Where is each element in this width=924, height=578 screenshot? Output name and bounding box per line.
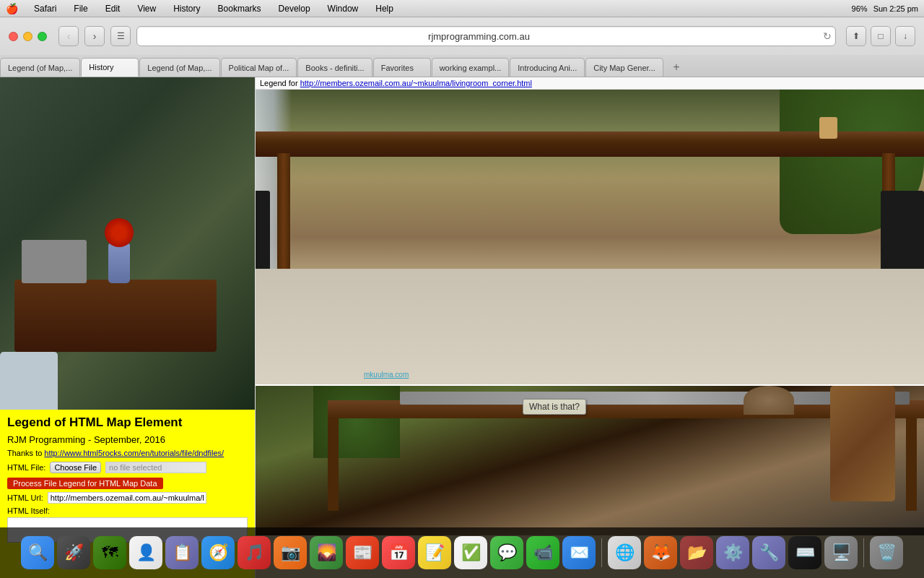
- page-title: Legend of HTML Map Element: [7, 415, 248, 430]
- menubar: 🍎 Safari File Edit View History Bookmark…: [0, 0, 924, 17]
- process-btn-row: Process File Legend for HTML Map Data: [7, 476, 248, 492]
- chair-left: [0, 352, 58, 410]
- legend-link[interactable]: http://members.ozemail.com.au/~mkuulma/l…: [300, 79, 532, 87]
- downloads-button[interactable]: ↓: [895, 26, 915, 46]
- page-subtitle: RJM Programming - September, 2016: [7, 434, 248, 445]
- menubar-safari[interactable]: Safari: [30, 2, 61, 15]
- dock-system-prefs[interactable]: 🖥️: [824, 536, 858, 569]
- tab-5[interactable]: Favorites: [373, 58, 431, 77]
- laptop: [22, 240, 87, 283]
- chair-left-top: [256, 191, 270, 277]
- dock-music[interactable]: 🎵: [237, 536, 271, 569]
- tab-8[interactable]: City Map Gener...: [585, 58, 663, 77]
- html-file-label: HTML File:: [7, 463, 45, 472]
- thanks-line: Thanks to http://www.html5rocks.com/en/t…: [7, 449, 248, 457]
- menubar-file[interactable]: File: [69, 2, 92, 15]
- menubar-right: 96% Sun 2:25 pm: [852, 4, 918, 13]
- dock-mail[interactable]: ✉️: [562, 536, 596, 569]
- menubar-help[interactable]: Help: [371, 2, 398, 15]
- choose-file-button[interactable]: Choose File: [50, 462, 101, 473]
- dock-launchpad[interactable]: 🚀: [57, 536, 90, 569]
- refresh-button[interactable]: ↻: [823, 30, 832, 42]
- dock-misc3[interactable]: 🔧: [752, 536, 785, 569]
- menubar-window[interactable]: Window: [323, 2, 363, 15]
- back-button[interactable]: ‹: [58, 26, 79, 46]
- dock-trash[interactable]: 🗑️: [870, 536, 903, 569]
- left-room-image: [0, 77, 255, 410]
- hat: [744, 386, 794, 415]
- minimize-button[interactable]: [23, 32, 32, 41]
- tooltip-box: What is that?: [523, 399, 586, 415]
- url-bar[interactable]: [136, 26, 836, 46]
- html-itself-label: HTML Itself:: [7, 506, 248, 515]
- dock-contacts[interactable]: 👤: [129, 536, 162, 569]
- dock-filezilla[interactable]: 📂: [680, 536, 713, 569]
- forward-button[interactable]: ›: [84, 26, 105, 46]
- tab-3[interactable]: Political Map of...: [221, 58, 297, 77]
- dock-messages[interactable]: 💬: [490, 536, 523, 569]
- menubar-edit[interactable]: Edit: [101, 2, 125, 15]
- right-images: mkuulma.com What is that?: [256, 90, 924, 578]
- dock: 🔍 🚀 🗺 👤 📋 🧭 🎵 📷 🌄 📰 📅 📝 ✅ 💬 📹 ✉️ 🌐 🦊 📂 ⚙…: [0, 527, 924, 578]
- share-button[interactable]: ⬆: [846, 26, 866, 46]
- thanks-link[interactable]: http://www.html5rocks.com/en/tutorials/f…: [44, 449, 224, 457]
- process-file-button[interactable]: Process File Legend for HTML Map Data: [7, 478, 163, 489]
- menubar-history[interactable]: History: [169, 2, 204, 15]
- dock-safari[interactable]: 🧭: [201, 536, 235, 569]
- menubar-develop[interactable]: Develop: [274, 2, 315, 15]
- table-leg-bottom-right: [906, 417, 917, 511]
- menubar-bookmarks[interactable]: Bookmarks: [214, 2, 266, 15]
- tab-2[interactable]: Legend (of Map,...: [139, 58, 219, 77]
- dock-terminal[interactable]: ⌨️: [788, 536, 821, 569]
- close-button[interactable]: [9, 32, 18, 41]
- content-area: Legend of HTML Map Element RJM Programmi…: [0, 77, 924, 578]
- right-panel: Legend for http://members.ozemail.com.au…: [255, 77, 924, 578]
- dock-finder[interactable]: 🔍: [21, 536, 54, 569]
- tabs-row: Legend (of Map,... History Legend (of Ma…: [0, 55, 924, 77]
- watermark[interactable]: mkuulma.com: [364, 371, 409, 379]
- wicker-chair: [830, 386, 895, 501]
- browser-chrome: ‹ › ☰ ↻ ⬆ □ ↓ Legend (of Map,... History…: [0, 17, 924, 77]
- tab-4[interactable]: Books - definiti...: [297, 58, 372, 77]
- floor-top: [256, 269, 924, 384]
- room-image-top[interactable]: mkuulma.com: [256, 90, 924, 386]
- dock-facetime[interactable]: 📹: [526, 536, 559, 569]
- apple-menu[interactable]: 🍎: [6, 3, 18, 14]
- left-panel: Legend of HTML Map Element RJM Programmi…: [0, 77, 255, 578]
- traffic-lights: [9, 32, 47, 41]
- tab-1-history[interactable]: History: [81, 58, 139, 77]
- dock-notes[interactable]: 📝: [418, 536, 451, 569]
- dock-reminders[interactable]: ✅: [454, 536, 487, 569]
- tab-6[interactable]: working exampl...: [432, 58, 510, 77]
- dock-maps[interactable]: 🗺: [93, 536, 126, 569]
- dock-chrome[interactable]: 🌐: [608, 536, 641, 569]
- fullscreen-button[interactable]: [38, 32, 47, 41]
- new-tab-button[interactable]: □: [871, 26, 891, 46]
- desk: [14, 280, 217, 352]
- dock-misc1[interactable]: 📋: [165, 536, 199, 569]
- dining-room-top: mkuulma.com: [256, 90, 924, 384]
- dock-misc2[interactable]: ⚙️: [716, 536, 749, 569]
- mug: [819, 117, 837, 139]
- legend-header: Legend for http://members.ozemail.com.au…: [256, 77, 924, 90]
- tab-0[interactable]: Legend (of Map,...: [0, 58, 80, 77]
- dock-firefox[interactable]: 🦊: [644, 536, 677, 569]
- dock-news[interactable]: 📰: [346, 536, 379, 569]
- trees-bottom: [313, 386, 400, 458]
- html-file-row: HTML File: Choose File no file selected: [7, 462, 248, 473]
- dock-calendar[interactable]: 📅: [382, 536, 415, 569]
- dock-separator: [601, 538, 602, 567]
- menubar-view[interactable]: View: [133, 2, 160, 15]
- sidebar-button[interactable]: ☰: [110, 26, 131, 46]
- thanks-prefix: Thanks to: [7, 449, 44, 457]
- url-bar-container: ↻: [136, 26, 836, 46]
- dock-separator-2: [863, 538, 864, 567]
- new-tab-plus[interactable]: +: [667, 58, 686, 77]
- dock-photos[interactable]: 📷: [274, 536, 307, 569]
- vase: [108, 243, 130, 283]
- dock-iphoto[interactable]: 🌄: [310, 536, 343, 569]
- chair-right-top: [881, 191, 924, 277]
- html-url-label: HTML Url:: [7, 493, 43, 502]
- tab-7[interactable]: Introducing Ani...: [510, 58, 585, 77]
- html-url-input[interactable]: [48, 492, 206, 504]
